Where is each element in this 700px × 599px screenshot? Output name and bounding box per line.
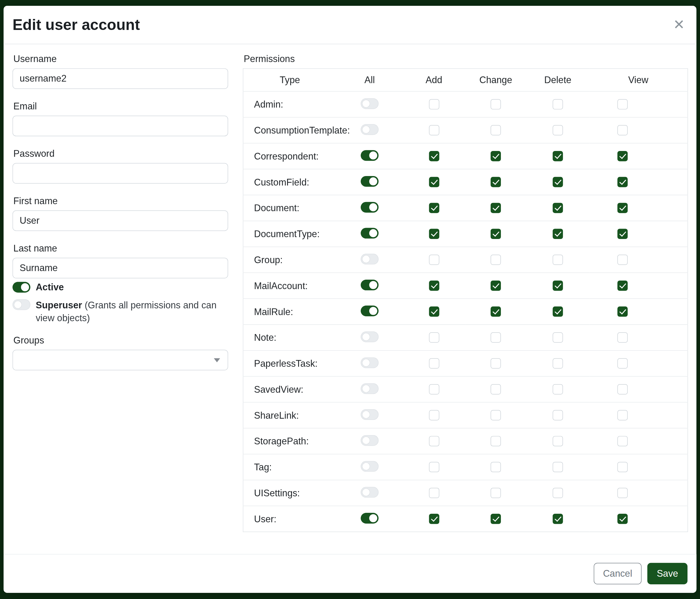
add-checkbox[interactable] bbox=[429, 333, 439, 343]
change-checkbox[interactable] bbox=[491, 462, 501, 472]
delete-checkbox[interactable] bbox=[553, 514, 563, 524]
delete-checkbox[interactable] bbox=[553, 436, 563, 447]
view-checkbox[interactable] bbox=[617, 307, 628, 317]
view-checkbox[interactable] bbox=[617, 333, 628, 343]
delete-checkbox[interactable] bbox=[553, 151, 563, 161]
delete-checkbox[interactable] bbox=[553, 307, 563, 317]
view-checkbox[interactable] bbox=[617, 125, 628, 136]
add-checkbox[interactable] bbox=[429, 410, 439, 421]
change-checkbox[interactable] bbox=[491, 203, 501, 213]
view-checkbox[interactable] bbox=[617, 281, 628, 291]
add-checkbox[interactable] bbox=[429, 436, 439, 447]
delete-checkbox[interactable] bbox=[553, 229, 563, 239]
password-input[interactable] bbox=[12, 163, 228, 184]
all-toggle[interactable] bbox=[361, 487, 378, 498]
all-toggle[interactable] bbox=[361, 331, 378, 342]
permission-type-label: PaperlessTask: bbox=[243, 351, 336, 377]
change-checkbox[interactable] bbox=[491, 125, 501, 136]
all-toggle[interactable] bbox=[361, 383, 378, 393]
add-checkbox[interactable] bbox=[429, 229, 439, 239]
view-checkbox[interactable] bbox=[617, 99, 628, 110]
add-checkbox[interactable] bbox=[429, 462, 439, 472]
change-checkbox[interactable] bbox=[491, 151, 501, 161]
all-toggle[interactable] bbox=[361, 202, 378, 212]
groups-select[interactable] bbox=[12, 350, 228, 370]
change-checkbox[interactable] bbox=[491, 255, 501, 265]
view-checkbox[interactable] bbox=[617, 255, 628, 265]
view-checkbox[interactable] bbox=[617, 229, 628, 239]
all-toggle[interactable] bbox=[361, 305, 378, 316]
delete-checkbox[interactable] bbox=[553, 281, 563, 291]
view-checkbox[interactable] bbox=[617, 358, 628, 368]
all-toggle[interactable] bbox=[361, 150, 378, 161]
all-toggle[interactable] bbox=[361, 409, 378, 420]
change-checkbox[interactable] bbox=[491, 436, 501, 447]
add-checkbox[interactable] bbox=[429, 384, 439, 394]
all-toggle[interactable] bbox=[361, 176, 378, 186]
delete-checkbox[interactable] bbox=[553, 99, 563, 110]
change-checkbox[interactable] bbox=[491, 333, 501, 343]
all-toggle[interactable] bbox=[361, 357, 378, 368]
add-checkbox[interactable] bbox=[429, 281, 439, 291]
change-checkbox[interactable] bbox=[491, 514, 501, 524]
all-toggle[interactable] bbox=[361, 254, 378, 264]
all-toggle[interactable] bbox=[361, 124, 378, 135]
add-checkbox[interactable] bbox=[429, 99, 439, 110]
view-checkbox[interactable] bbox=[617, 410, 628, 421]
add-checkbox[interactable] bbox=[429, 177, 439, 187]
view-checkbox[interactable] bbox=[617, 488, 628, 498]
last-name-input[interactable] bbox=[12, 258, 228, 278]
change-checkbox[interactable] bbox=[491, 488, 501, 498]
change-checkbox[interactable] bbox=[491, 358, 501, 368]
all-toggle[interactable] bbox=[361, 435, 378, 446]
delete-checkbox[interactable] bbox=[553, 125, 563, 136]
change-checkbox[interactable] bbox=[491, 384, 501, 394]
change-checkbox[interactable] bbox=[491, 177, 501, 187]
delete-checkbox[interactable] bbox=[553, 255, 563, 265]
view-checkbox[interactable] bbox=[617, 384, 628, 394]
all-toggle[interactable] bbox=[361, 228, 378, 238]
column-header-view: View bbox=[589, 69, 688, 91]
delete-checkbox[interactable] bbox=[553, 358, 563, 368]
save-button[interactable]: Save bbox=[648, 563, 688, 584]
view-checkbox[interactable] bbox=[617, 203, 628, 213]
change-checkbox[interactable] bbox=[491, 410, 501, 421]
view-checkbox[interactable] bbox=[617, 514, 628, 524]
view-checkbox[interactable] bbox=[617, 436, 628, 447]
add-checkbox[interactable] bbox=[429, 151, 439, 161]
add-checkbox[interactable] bbox=[429, 488, 439, 498]
change-checkbox[interactable] bbox=[491, 281, 501, 291]
delete-checkbox[interactable] bbox=[553, 462, 563, 472]
delete-checkbox[interactable] bbox=[553, 333, 563, 343]
all-toggle[interactable] bbox=[361, 512, 378, 523]
change-checkbox[interactable] bbox=[491, 99, 501, 110]
delete-checkbox[interactable] bbox=[553, 410, 563, 421]
add-checkbox[interactable] bbox=[429, 514, 439, 524]
cancel-button[interactable]: Cancel bbox=[594, 563, 642, 584]
email-input[interactable] bbox=[12, 116, 228, 136]
change-checkbox[interactable] bbox=[491, 307, 501, 317]
delete-checkbox[interactable] bbox=[553, 203, 563, 213]
close-icon[interactable]: ✕ bbox=[673, 18, 685, 31]
permissions-label: Permissions bbox=[244, 53, 688, 64]
all-toggle[interactable] bbox=[361, 461, 378, 472]
view-checkbox[interactable] bbox=[617, 177, 628, 187]
change-checkbox[interactable] bbox=[491, 229, 501, 239]
add-checkbox[interactable] bbox=[429, 255, 439, 265]
delete-checkbox[interactable] bbox=[553, 384, 563, 394]
view-checkbox[interactable] bbox=[617, 151, 628, 161]
username-field-group: Username bbox=[12, 53, 228, 89]
all-toggle[interactable] bbox=[361, 98, 378, 109]
delete-checkbox[interactable] bbox=[553, 488, 563, 498]
active-toggle[interactable] bbox=[12, 282, 30, 292]
first-name-input[interactable] bbox=[12, 210, 228, 231]
all-toggle[interactable] bbox=[361, 279, 378, 290]
superuser-toggle[interactable] bbox=[12, 299, 30, 310]
delete-checkbox[interactable] bbox=[553, 177, 563, 187]
add-checkbox[interactable] bbox=[429, 203, 439, 213]
username-input[interactable] bbox=[12, 69, 228, 89]
add-checkbox[interactable] bbox=[429, 307, 439, 317]
view-checkbox[interactable] bbox=[617, 462, 628, 472]
add-checkbox[interactable] bbox=[429, 125, 439, 136]
add-checkbox[interactable] bbox=[429, 358, 439, 368]
